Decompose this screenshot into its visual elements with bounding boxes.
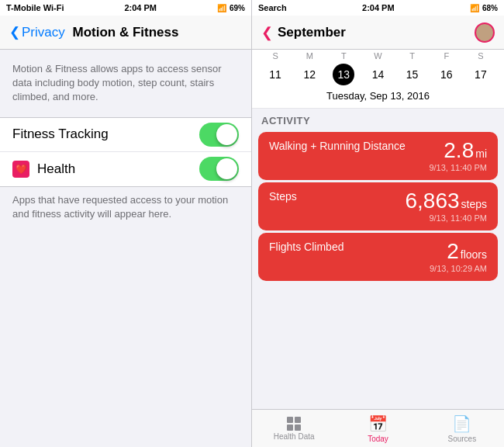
flights-label: Flights Climbed	[269, 241, 343, 253]
cal-day-12[interactable]: 12	[299, 64, 320, 85]
flights-unit: floors	[461, 248, 487, 261]
cal-day-15[interactable]: 15	[402, 64, 423, 85]
steps-timestamp: 9/13, 11:40 PM	[405, 213, 487, 223]
search-back-button[interactable]: ❮	[261, 24, 273, 41]
calendar-day-headers: S M T W T F S	[258, 50, 498, 62]
fitness-tracking-row: Fitness Tracking	[0, 118, 251, 152]
calendar-days: 11 12 13 14 15 16 17	[258, 62, 498, 87]
date-label: Tuesday, Sep 13, 2016	[258, 87, 498, 105]
nav-bar-left: ❮ Privacy Motion & Fitness	[0, 16, 251, 50]
carrier-right: Search	[258, 3, 287, 12]
avatar-image	[475, 23, 494, 42]
status-bar-right: Search 2:04 PM 📶 68%	[252, 0, 504, 16]
time-right: 2:04 PM	[362, 3, 395, 12]
right-panel: Search 2:04 PM 📶 68% ❮ September S M T W…	[252, 0, 504, 447]
description-section: Motion & Fitness allows apps to access s…	[0, 50, 251, 111]
walking-value: 2.8	[444, 140, 474, 161]
health-toggle[interactable]	[199, 157, 239, 181]
calendar-section: S M T W T F S 11 12 13 14 15 16 17 Tuesd…	[252, 50, 504, 109]
steps-unit: steps	[461, 198, 487, 210]
heart-icon: ❤️	[12, 161, 29, 178]
health-label: ❤️ Health	[12, 161, 75, 178]
walking-running-card[interactable]: Walking + Running Distance 2.8 mi 9/13, …	[258, 132, 498, 180]
back-label[interactable]: Privacy	[22, 25, 65, 40]
search-title: September	[278, 25, 346, 40]
page-title: Motion & Fitness	[73, 25, 179, 40]
sources-icon: 📄	[452, 414, 471, 433]
user-avatar[interactable]	[475, 23, 495, 43]
sources-label: Sources	[447, 435, 476, 443]
left-panel: T-Mobile Wi-Fi 2:04 PM 📶 69% ❮ Privacy M…	[0, 0, 252, 447]
health-row: ❤️ Health	[0, 152, 251, 186]
today-label: Today	[368, 435, 388, 443]
tab-bar: Health Data 📅 Today 📄 Sources	[252, 409, 504, 447]
fitness-tracking-label: Fitness Tracking	[12, 126, 109, 142]
description-text: Motion & Fitness allows apps to access s…	[12, 63, 222, 102]
cal-day-11[interactable]: 11	[264, 64, 286, 85]
flights-timestamp: 9/13, 10:29 AM	[430, 264, 487, 273]
cal-day-17[interactable]: 17	[470, 64, 492, 85]
health-data-label: Health Data	[274, 432, 315, 441]
steps-value: 6,863	[405, 190, 459, 212]
status-bar-left: T-Mobile Wi-Fi 2:04 PM 📶 69%	[0, 0, 251, 16]
cal-day-16[interactable]: 16	[436, 64, 457, 85]
walking-timestamp: 9/13, 11:40 PM	[429, 163, 487, 172]
carrier-left: T-Mobile Wi-Fi	[6, 3, 64, 12]
activity-section: Activity Walking + Running Distance 2.8 …	[252, 109, 504, 409]
tab-sources[interactable]: 📄 Sources	[420, 414, 504, 443]
chevron-left-icon: ❮	[9, 24, 20, 40]
cal-day-14[interactable]: 14	[367, 64, 388, 85]
tab-health-data[interactable]: Health Data	[252, 417, 336, 441]
battery-left: 📶 69%	[217, 4, 245, 12]
activity-title: Activity	[252, 109, 504, 130]
settings-group: Fitness Tracking ❤️ Health	[0, 117, 251, 187]
flights-card[interactable]: Flights Climbed 2 floors 9/13, 10:29 AM	[258, 233, 498, 281]
steps-label: Steps	[269, 190, 297, 203]
back-button[interactable]: ❮ Privacy	[9, 24, 65, 40]
tab-today[interactable]: 📅 Today	[336, 414, 419, 443]
today-icon: 📅	[368, 414, 388, 433]
time-left: 2:04 PM	[124, 3, 157, 12]
battery-right: 📶 68%	[470, 4, 498, 12]
walking-label: Walking + Running Distance	[269, 140, 406, 152]
steps-card[interactable]: Steps 6,863 steps 9/13, 11:40 PM	[258, 182, 498, 230]
cal-day-13[interactable]: 13	[333, 64, 354, 85]
apps-note: Apps that have requested access to your …	[0, 187, 251, 227]
health-data-icon	[287, 417, 301, 431]
walking-unit: mi	[475, 147, 487, 160]
search-bar: ❮ September	[252, 16, 504, 50]
flights-value: 2	[447, 241, 459, 262]
fitness-tracking-toggle[interactable]	[199, 123, 239, 147]
